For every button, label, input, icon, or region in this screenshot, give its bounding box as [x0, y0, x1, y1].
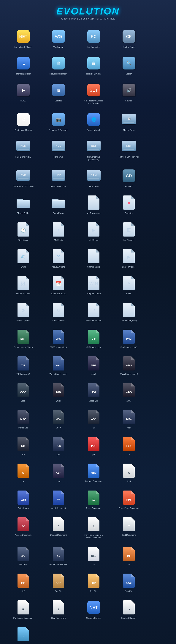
icon-cell-sharing-overlay[interactable]: ↓ Sharing Overlay	[6, 624, 41, 644]
icon-cell-zip-file[interactable]: ZIP Zip File	[76, 570, 111, 596]
icon-cell-scheduled-tasks[interactable]: 📅 Scheduled Tasks	[41, 272, 76, 299]
icon-cell-default-document[interactable]: A Default Document	[41, 514, 76, 543]
icon-cell-my-videos[interactable]: ▶ My Videos	[76, 219, 111, 246]
icon-cell-video-clip[interactable]: AVI Video Clip	[76, 380, 111, 406]
icon-cell-folder-options[interactable]: ⚙ Folder Options	[6, 299, 41, 326]
icon-cell-asf[interactable]: ASF .asf	[76, 406, 111, 433]
icon-cell-closed-folder[interactable]: Closed Folder	[6, 192, 41, 218]
icon-img-jpeg-image: JPG	[51, 329, 66, 344]
icon-cell-control-panel[interactable]: CP Control Panel	[111, 26, 146, 52]
icon-cell-internet-explorer[interactable]: IE Internet Explorer	[6, 52, 41, 79]
icon-cell-bitmap-image[interactable]: BMP Bitmap Image (.bmp)	[6, 326, 41, 353]
icon-cell-workgroup[interactable]: WG Workgroup	[41, 26, 76, 52]
icon-cell-network-drive-connected[interactable]: NET Network Drive (connected)	[76, 136, 111, 165]
icon-label-closed-folder: Closed Folder	[17, 212, 29, 214]
icon-cell-program-group[interactable]: WIN Program Group	[76, 272, 111, 299]
icon-cell-my-recent-document[interactable]: IR My Recent Document	[6, 596, 41, 624]
icon-cell-ogg[interactable]: OGG .ogg	[6, 380, 41, 406]
icon-cell-audio-cd[interactable]: CD Audio CD	[111, 165, 146, 192]
icon-cell-hard-drive-vista[interactable]: HDD Hard Drive (Vista)	[6, 136, 41, 165]
icon-cell-tif-image[interactable]: TIF TIF Image (.tif)	[6, 353, 41, 380]
icon-cell-shared-videos[interactable]: ▶ Shared Videos	[111, 246, 146, 272]
icon-cell-cdrom-dvd-drive[interactable]: DVD CD-ROM & DVD Drive	[6, 165, 41, 192]
icon-img-default-icon: WIN	[16, 490, 31, 505]
icon-cell-ini[interactable]: INI .ini	[111, 543, 146, 570]
icon-cell-search[interactable]: 🔍 Search	[111, 52, 146, 79]
icon-label-activex-cache: ActiveX Cache	[52, 266, 65, 268]
icon-cell-my-computer[interactable]: PC My Computer	[76, 26, 111, 52]
icon-cell-favorites[interactable]: ♥ Favorites	[111, 192, 146, 218]
icon-cell-midi[interactable]: MID .midi	[41, 380, 76, 406]
icon-cell-aep[interactable]: AEP .aep	[41, 460, 76, 486]
icon-cell-run[interactable]: ▶ Run...	[6, 79, 41, 109]
icon-cell-psd[interactable]: PSD .psd	[41, 433, 76, 460]
icon-cell-recycle-bin-full[interactable]: 🗑 Recycle Bin(full)	[76, 52, 111, 79]
icon-cell-recycle-bin-empty[interactable]: 🗑 Recycle Bin(empty)	[41, 52, 76, 79]
icon-cell-help-support[interactable]: ? Help and Support	[76, 299, 111, 326]
icon-cell-pdf[interactable]: PDF .pdf	[76, 433, 111, 460]
icon-cell-wave-sound[interactable]: WAV Wave Sound (.wav)	[41, 353, 76, 380]
icon-cell-rar-file[interactable]: RAR Rar File	[41, 570, 76, 596]
icon-cell-subscriptions[interactable]: ↻ Subscriptions	[41, 299, 76, 326]
icon-label-rm: .rm	[22, 453, 25, 456]
icon-cell-text-document[interactable]: T Text Document	[111, 514, 146, 543]
icon-cell-excel-document[interactable]: XL Excel Document	[76, 487, 111, 514]
icon-cell-removable-drive[interactable]: USB Removable Drive	[41, 165, 76, 192]
icon-cell-rm[interactable]: RM .rm	[6, 433, 41, 460]
svg-text:🖥: 🖥	[56, 88, 60, 92]
icon-cell-wma-sound[interactable]: WMA WMA Sound (.wma)	[111, 353, 146, 380]
icon-cell-gif-image[interactable]: GIF GIF Image (.gif)	[76, 326, 111, 353]
icon-cell-cab-file[interactable]: CAB Cab File	[111, 570, 146, 596]
svg-text:PSD: PSD	[56, 444, 61, 448]
icon-cell-desktop[interactable]: 🖥 Desktop	[41, 79, 76, 109]
icon-cell-font[interactable]: A .font	[111, 460, 146, 486]
icon-cell-movie-clip[interactable]: MPG Movie Clip	[6, 406, 41, 433]
icon-cell-wmv[interactable]: WMV .wmv	[111, 380, 146, 406]
icon-cell-mp3[interactable]: MP3 .mp3	[76, 353, 111, 380]
icon-cell-png-image[interactable]: PNG PNG Image (.png)	[111, 326, 146, 353]
icon-cell-fla[interactable]: FLA .fla	[111, 433, 146, 460]
icon-cell-shortcut-overlay[interactable]: ↗ Shortcut Overlay	[111, 596, 146, 624]
icon-cell-set-program-access[interactable]: SET Set Program Access and Defaults	[76, 79, 111, 109]
svg-text:↻: ↻	[57, 308, 60, 313]
icon-cell-activex-cache[interactable]: X ActiveX Cache	[41, 246, 76, 272]
icon-cell-email[interactable]: @ Email	[6, 246, 41, 272]
icon-cell-shared-music[interactable]: ♪ Shared Music	[76, 246, 111, 272]
icon-cell-access-document[interactable]: AC Access Document	[6, 514, 41, 543]
icon-cell-hard-drive[interactable]: HDD Hard Drive	[41, 136, 76, 165]
icon-cell-ram-drive[interactable]: RAM RAM Drive	[76, 165, 111, 192]
icon-cell-ms-dos[interactable]: C:\> MS-DOS	[6, 543, 41, 570]
icon-cell-ms-dos-batch[interactable]: C:\> MS-DOS Batch File	[41, 543, 76, 570]
icon-cell-entire-network[interactable]: 🌐 Entire Network	[76, 109, 111, 136]
icon-cell-ai[interactable]: Ai .ai	[6, 460, 41, 486]
icon-cell-fonts[interactable]: A Fonts	[111, 272, 146, 299]
icon-cell-jpeg-image[interactable]: JPG JPEG Image (.jpg)	[41, 326, 76, 353]
icon-cell-printers-faxes[interactable]: 🖨 Printers and Faxes	[6, 109, 41, 136]
icon-cell-network-drive-offline[interactable]: NET Network Drive (offline)	[111, 136, 146, 165]
icon-cell-live-folder-vista[interactable]: Live Folder(Vista)	[111, 299, 146, 326]
icon-cell-shared-pictures[interactable]: 🖼 Shared Pictures	[6, 272, 41, 299]
icon-cell-my-pictures[interactable]: 🖼 My Pictures	[111, 219, 146, 246]
icon-cell-my-network-places[interactable]: NET My Network Places	[6, 26, 41, 52]
icon-label-access-document: Access Document	[15, 534, 32, 536]
icon-cell-floppy-drive[interactable]: 💾 Floppy Drive	[111, 109, 146, 136]
icon-label-ini: .ini	[127, 563, 130, 566]
icon-cell-rich-text-document[interactable]: A Rich Text Docment & Write Document	[76, 514, 111, 543]
icon-cell-my-music[interactable]: ♪ My Music	[41, 219, 76, 246]
icon-cell-scanners-cameras[interactable]: 📷 Scanners & Cameras	[41, 109, 76, 136]
icon-cell-network-service[interactable]: NET Network Service	[76, 596, 111, 624]
icon-cell-word-document[interactable]: W Word Document	[41, 487, 76, 514]
icon-cell-mov[interactable]: MOV .mov	[41, 406, 76, 433]
icon-cell-default-icon[interactable]: WIN Default Icon	[6, 487, 41, 514]
icon-cell-my-documents[interactable]: My Documents	[76, 192, 111, 218]
icon-img-ram-drive: RAM	[86, 168, 101, 183]
icon-cell-sounds[interactable]: 🔊 Sounds	[111, 79, 146, 109]
icon-cell-url-history[interactable]: 🕐 Url History	[6, 219, 41, 246]
icon-cell-mp4[interactable]: MP4 .mp4	[111, 406, 146, 433]
icon-cell-open-folder[interactable]: Open Folder	[41, 192, 76, 218]
icon-cell-powerpoint-document[interactable]: PPT PowerPoint Document	[111, 487, 146, 514]
icon-cell-internet-document[interactable]: HTM Internet Document	[76, 460, 111, 486]
icon-cell-help-file[interactable]: ? Help File (.chm)	[41, 596, 76, 624]
icon-cell-inf[interactable]: INF .inf	[6, 570, 41, 596]
icon-cell-dll[interactable]: DLL .dll	[76, 543, 111, 570]
